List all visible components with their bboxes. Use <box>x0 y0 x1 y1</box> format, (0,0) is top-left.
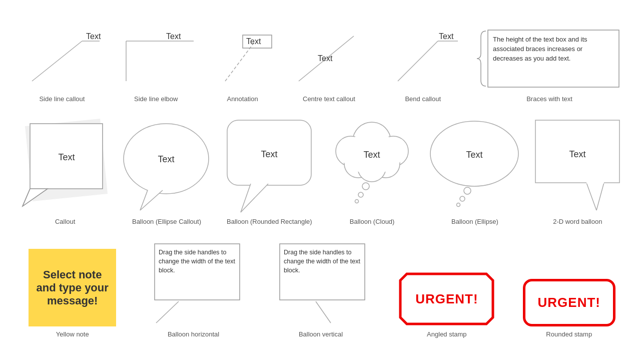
callout-item: Text Callout <box>20 116 110 225</box>
balloon-ellipse2-item: Text Balloon (Ellipse) <box>428 114 521 225</box>
side-line-callout-item: Text Side line callout <box>22 26 102 103</box>
braces-with-text-label: Braces with text <box>526 95 572 103</box>
balloon-rounded-rect-item: Text Balloon (Rounded Rectangle) <box>223 116 316 225</box>
svg-line-49 <box>586 183 596 210</box>
rounded-stamp-label: Rounded stamp <box>546 330 592 338</box>
angled-stamp-text: URGENT! <box>415 291 478 307</box>
word-balloon-2d-visual: Text <box>531 116 624 214</box>
rounded-stamp-visual: URGENT! <box>523 279 615 326</box>
balloon-horizontal-label: Balloon horizontal <box>168 330 219 338</box>
balloon-rounded-rect-visual: Text <box>223 116 316 214</box>
side-line-callout-visual: Text <box>22 26 102 91</box>
annotation-label: Annotation <box>227 95 258 103</box>
svg-text:Text: Text <box>439 32 454 41</box>
svg-text:Text: Text <box>569 149 585 159</box>
side-line-callout-label: Side line callout <box>39 95 85 103</box>
svg-text:Text: Text <box>364 150 380 160</box>
yellow-note-item: Select note and type your message! Yello… <box>29 249 116 338</box>
row1-callouts: Text Side line callout Text Side line el… <box>15 10 629 103</box>
svg-text:Text: Text <box>158 154 175 164</box>
svg-line-50 <box>596 183 604 210</box>
annotation-visual: Text <box>210 26 275 91</box>
rounded-stamp-item: URGENT! Rounded stamp <box>523 279 615 338</box>
svg-text:Text: Text <box>59 152 75 162</box>
angled-stamp-item: URGENT! Angled stamp <box>398 271 495 338</box>
bend-callout-label: Bend callout <box>405 95 441 103</box>
svg-point-40 <box>358 192 363 197</box>
rounded-stamp-text: URGENT! <box>538 295 600 310</box>
annotation-item: Text Annotation <box>210 26 275 103</box>
svg-line-53 <box>156 301 179 323</box>
angled-stamp-label: Angled stamp <box>427 330 467 338</box>
svg-line-7 <box>225 41 255 81</box>
balloon-ellipse2-visual: Text <box>428 114 521 214</box>
svg-text:Text: Text <box>261 149 277 159</box>
balloon-horizontal-visual: Drag the side handles to change the widt… <box>144 239 244 326</box>
word-balloon-2d-label: 2-D word balloon <box>553 218 602 225</box>
svg-point-45 <box>460 196 465 201</box>
yellow-note-visual: Select note and type your message! <box>29 249 116 326</box>
side-line-elbow-visual: Text <box>116 26 196 91</box>
balloon-ellipse2-label: Balloon (Ellipse) <box>451 218 498 225</box>
braces-with-text-item: The height of the text box and its assoc… <box>477 26 622 103</box>
svg-line-12 <box>398 41 438 81</box>
svg-point-44 <box>464 187 471 194</box>
side-line-elbow-item: Text Side line elbow <box>116 26 196 103</box>
balloon-cloud-label: Balloon (Cloud) <box>350 218 395 225</box>
centre-text-callout-item: Text Centre text callout <box>289 26 369 103</box>
word-balloon-2d-item: Text 2-D word balloon <box>531 116 624 225</box>
balloon-ellipse-callout-item: Text Balloon (Ellipse Callout) <box>120 116 213 225</box>
balloon-horizontal-item: Drag the side handles to change the widt… <box>144 239 244 338</box>
svg-point-46 <box>457 203 460 207</box>
balloon-vertical-label: Balloon vertical <box>299 330 343 338</box>
balloon-ellipse-callout-label: Balloon (Ellipse Callout) <box>132 218 201 225</box>
svg-text:Text: Text <box>166 32 181 41</box>
balloon-cloud-item: Text Balloon (Cloud) <box>326 114 418 225</box>
row3-notes: Select note and type your message! Yello… <box>15 233 629 338</box>
balloon-ellipse-callout-visual: Text <box>120 116 213 214</box>
svg-point-41 <box>355 200 359 203</box>
svg-line-0 <box>32 41 82 81</box>
yellow-note-label: Yellow note <box>56 330 89 338</box>
svg-point-39 <box>362 183 369 190</box>
svg-text:Text: Text <box>466 150 483 160</box>
centre-text-callout-label: Centre text callout <box>303 95 355 103</box>
bend-callout-item: Text Bend callout <box>383 26 463 103</box>
svg-text:Text: Text <box>86 32 101 41</box>
bend-callout-visual: Text <box>383 26 463 91</box>
svg-line-55 <box>316 301 331 323</box>
svg-text:Text: Text <box>318 54 333 63</box>
centre-text-callout-visual: Text <box>289 26 369 91</box>
callout-visual: Text <box>20 116 110 214</box>
balloon-cloud-visual: Text <box>326 114 418 214</box>
side-line-elbow-label: Side line elbow <box>134 95 178 103</box>
angled-stamp-visual: URGENT! <box>398 271 495 326</box>
main-container: Text Side line callout Text Side line el… <box>0 0 644 363</box>
row2-balloons: Text Callout Text Balloon (Ellipse Callo… <box>15 108 629 225</box>
callout-label: Callout <box>55 218 75 225</box>
balloon-vertical-item: Drag the side handles to change the widt… <box>271 239 371 338</box>
yellow-note-text: Select note and type your message! <box>36 268 109 307</box>
braces-with-text-visual: The height of the text box and its assoc… <box>477 26 622 91</box>
svg-text:Text: Text <box>246 37 261 46</box>
balloon-rounded-rect-label: Balloon (Rounded Rectangle) <box>227 218 312 225</box>
balloon-vertical-visual: Drag the side handles to change the widt… <box>271 239 371 326</box>
